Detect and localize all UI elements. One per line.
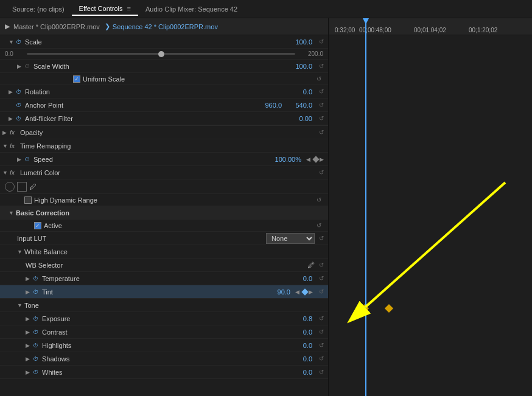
active-label: Active — [44, 222, 62, 229]
tone-row[interactable]: ▼ Tone — [0, 299, 328, 312]
tab-menu-icon: ≡ — [127, 5, 131, 12]
left-panel: ▶ Master * Clip0002ERPR.mov ❯ Sequence 4… — [0, 18, 329, 396]
active-reset[interactable]: ↺ — [315, 222, 323, 229]
lumetri-square-tool[interactable] — [17, 182, 27, 192]
input-lut-reset[interactable]: ↺ — [317, 235, 326, 241]
tab-audio-clip-mixer[interactable]: Audio Clip Mixer: Sequence 42 — [138, 3, 245, 15]
scale-reset-btn[interactable]: ↺ — [317, 38, 326, 45]
contrast-reset[interactable]: ↺ — [317, 328, 326, 335]
master-clip-name[interactable]: Master * Clip0002ERPR.mov — [13, 23, 100, 30]
shadows-reset[interactable]: ↺ — [317, 355, 326, 362]
lumetri-color-row[interactable]: ▼ fx Lumetri Color ↺ — [0, 166, 328, 179]
svg-line-1 — [365, 182, 505, 307]
speed-kf-diamond[interactable] — [312, 156, 319, 162]
white-balance-expand: ▼ — [17, 249, 24, 255]
time-remap-fx: fx — [10, 143, 18, 149]
shadows-row[interactable]: ▶ ⏱ Shadows 0.0 ↺ — [0, 352, 328, 366]
anti-flicker-reset[interactable]: ↺ — [317, 115, 326, 122]
speed-row[interactable]: ▶ ⏱ Speed 100.00% ◀ ▶ — [0, 153, 328, 166]
highlights-reset[interactable]: ↺ — [317, 342, 326, 349]
temperature-value[interactable]: 0.0 — [284, 275, 315, 282]
lumetri-fx: fx — [10, 170, 18, 176]
exposure-row[interactable]: ▶ ⏱ Exposure 0.8 ↺ — [0, 312, 328, 325]
exposure-expand: ▶ — [26, 316, 33, 322]
tint-kf-prev[interactable]: ◀ — [295, 289, 301, 295]
sequence-clip-name[interactable]: Sequence 42 * Clip0002ERPR.mov — [113, 23, 218, 30]
scale-row[interactable]: ▼ ⏱ Scale 100.0 ↺ — [0, 35, 328, 49]
anchor-y[interactable]: 540.0 — [284, 102, 315, 109]
rotation-label: Rotation — [25, 88, 284, 96]
timeline-header: 0:32;00 00;00:48;00 00;01:04;02 00;1:20;… — [329, 18, 532, 35]
rotation-value[interactable]: 0.0 — [284, 88, 315, 96]
contrast-value[interactable]: 0.0 — [284, 328, 315, 336]
tab-effect-controls[interactable]: Effect Controls ≡ — [72, 2, 138, 16]
anti-flicker-value[interactable]: 0.00 — [284, 115, 315, 122]
anchor-point-row[interactable]: ⏱ Anchor Point 960.0 540.0 ↺ — [0, 99, 328, 112]
opacity-expand: ▶ — [2, 130, 10, 136]
input-lut-row[interactable]: Input LUT None ↺ — [0, 232, 328, 245]
rotation-reset[interactable]: ↺ — [317, 88, 326, 95]
time-remapping-row[interactable]: ▼ fx Time Remapping — [0, 139, 328, 153]
white-balance-row[interactable]: ▼ White Balance — [0, 245, 328, 259]
tint-kf-left-diamond[interactable] — [360, 304, 369, 313]
anti-flicker-row[interactable]: ▶ ⏱ Anti-flicker Filter 0.00 ↺ — [0, 112, 328, 125]
scale-slider-thumb[interactable] — [158, 51, 164, 57]
whites-row[interactable]: ▶ ⏱ Whites 0.0 ↺ — [0, 366, 328, 379]
opacity-reset[interactable]: ↺ — [317, 129, 326, 136]
hdr-checkbox[interactable] — [24, 196, 32, 204]
tint-kf-active[interactable] — [301, 288, 308, 295]
wb-selector-reset[interactable]: ↺ — [317, 262, 326, 268]
uniform-scale-reset[interactable]: ↺ — [315, 75, 323, 82]
opacity-row[interactable]: ▶ fx Opacity ↺ — [0, 126, 328, 139]
active-row: ✓ Active ↺ — [0, 220, 328, 232]
opacity-label: Opacity — [20, 129, 315, 136]
play-button[interactable]: ▶ — [5, 23, 10, 30]
tab-source[interactable]: Source: (no clips) — [5, 3, 72, 15]
tint-value[interactable]: 90.0 — [262, 288, 293, 296]
anchor-reset[interactable]: ↺ — [317, 102, 326, 108]
speed-value[interactable]: 100.00% — [273, 156, 304, 163]
whites-expand: ▶ — [26, 369, 33, 375]
contrast-label: Contrast — [42, 328, 284, 336]
anchor-clock: ⏱ — [16, 102, 23, 108]
right-panel: 0:32;00 00;00:48;00 00;01:04;02 00;1:20;… — [329, 18, 532, 396]
highlights-value[interactable]: 0.0 — [284, 342, 315, 349]
input-lut-select[interactable]: None — [266, 233, 315, 244]
scale-slider-track[interactable] — [27, 53, 295, 55]
tint-reset[interactable]: ↺ — [317, 288, 326, 295]
scale-value[interactable]: 100.0 — [284, 38, 315, 46]
anchor-label: Anchor Point — [25, 102, 254, 109]
whites-value[interactable]: 0.0 — [284, 369, 315, 376]
exposure-reset[interactable]: ↺ — [317, 315, 326, 322]
timecode-4: 00;1:20;02 — [469, 27, 497, 33]
uniform-scale-checkbox[interactable]: ✓ — [73, 75, 80, 83]
wb-selector-row[interactable]: WB Selector 🖉 ↺ — [0, 259, 328, 272]
speed-kf-prev[interactable]: ◀ — [306, 156, 312, 162]
contrast-row[interactable]: ▶ ⏱ Contrast 0.0 ↺ — [0, 325, 328, 339]
shadows-value[interactable]: 0.0 — [284, 355, 315, 363]
lumetri-pen-tool[interactable]: 🖊 — [29, 182, 37, 191]
basic-correction-row[interactable]: ▼ Basic Correction — [0, 206, 328, 220]
whites-reset[interactable]: ↺ — [317, 369, 326, 375]
time-remap-label: Time Remapping — [20, 142, 326, 150]
scale-width-row[interactable]: ▶ ⏱ Scale Width 100.0 ↺ — [0, 60, 328, 73]
highlights-row[interactable]: ▶ ⏱ Highlights 0.0 ↺ — [0, 339, 328, 352]
scale-width-reset[interactable]: ↺ — [317, 63, 326, 69]
tint-kf-right-diamond[interactable] — [385, 304, 393, 313]
anchor-x[interactable]: 960.0 — [254, 102, 284, 109]
lumetri-reset[interactable]: ↺ — [317, 169, 326, 176]
rotation-row[interactable]: ▶ ⏱ Rotation 0.0 ↺ — [0, 85, 328, 99]
speed-kf-next[interactable]: ▶ — [320, 156, 326, 162]
contrast-expand: ▶ — [26, 329, 33, 335]
active-checkbox[interactable]: ✓ — [34, 222, 41, 229]
temperature-row[interactable]: ▶ ⏱ Temperature 0.0 ↺ — [0, 272, 328, 285]
hdr-reset[interactable]: ↺ — [315, 196, 323, 203]
tint-row[interactable]: ▶ ⏱ Tint 90.0 ◀ ▶ ↺ — [0, 285, 328, 299]
tint-kf-next[interactable]: ▶ — [309, 289, 315, 295]
exposure-value[interactable]: 0.8 — [284, 315, 315, 322]
playhead[interactable] — [365, 18, 366, 396]
scale-width-value[interactable]: 100.0 — [284, 63, 315, 70]
lumetri-circle-tool[interactable] — [5, 182, 15, 192]
wb-eyedropper-icon[interactable]: 🖉 — [307, 261, 315, 269]
temperature-reset[interactable]: ↺ — [317, 275, 326, 282]
